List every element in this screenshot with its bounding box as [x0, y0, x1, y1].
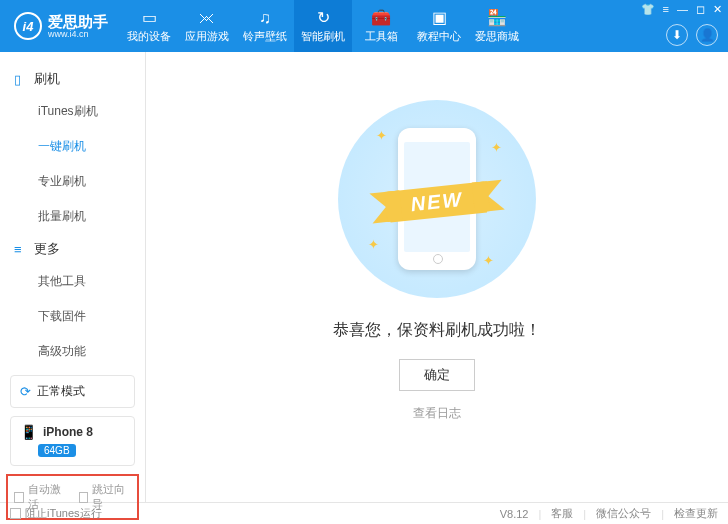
window-controls: 👕 ≡ — ◻ ✕ [641, 3, 722, 16]
sidebar-item-itunes-flash[interactable]: iTunes刷机 [0, 94, 145, 129]
checkbox-icon [10, 508, 21, 519]
support-link[interactable]: 客服 [551, 506, 573, 521]
user-button[interactable]: 👤 [696, 24, 718, 46]
apps-icon: ⩙ [199, 9, 215, 27]
block-itunes-checkbox[interactable]: 阻止iTunes运行 [10, 506, 102, 521]
checkbox-icon [14, 492, 24, 503]
update-link[interactable]: 检查更新 [674, 506, 718, 521]
success-illustration: ✦✦✦✦ NEW [338, 100, 536, 298]
main-content: ✦✦✦✦ NEW 恭喜您，保资料刷机成功啦！ 确定 查看日志 [146, 52, 728, 502]
close-icon[interactable]: ✕ [713, 3, 722, 16]
nav-apps[interactable]: ⩙应用游戏 [178, 0, 236, 52]
tutorial-icon: ▣ [432, 8, 447, 27]
nav-store[interactable]: 🏪爱思商城 [468, 0, 526, 52]
nav-tutorial[interactable]: ▣教程中心 [410, 0, 468, 52]
confirm-button[interactable]: 确定 [399, 359, 475, 391]
nav-my-device[interactable]: ▭我的设备 [120, 0, 178, 52]
device-phone-icon: 📱 [20, 424, 37, 440]
logo-mark: i4 [14, 12, 42, 40]
toolbox-icon: 🧰 [371, 8, 391, 27]
refresh-icon: ⟳ [20, 384, 31, 399]
app-logo: i4 爱思助手 www.i4.cn [0, 12, 120, 40]
sidebar-item-oneclick-flash[interactable]: 一键刷机 [0, 129, 145, 164]
minimize-icon[interactable]: — [677, 3, 688, 16]
phone-icon: ▯ [14, 72, 28, 87]
device-storage-badge: 64GB [38, 444, 76, 457]
ringtone-icon: ♫ [259, 9, 271, 27]
logo-title: 爱思助手 [48, 14, 108, 29]
store-icon: 🏪 [487, 8, 507, 27]
success-message: 恭喜您，保资料刷机成功啦！ [333, 320, 541, 341]
nav-ringtone[interactable]: ♫铃声壁纸 [236, 0, 294, 52]
sidebar-item-advanced[interactable]: 高级功能 [0, 334, 145, 369]
nav-flash[interactable]: ↻智能刷机 [294, 0, 352, 52]
logo-subtitle: www.i4.cn [48, 30, 108, 39]
wechat-link[interactable]: 微信公众号 [596, 506, 651, 521]
checkbox-icon [79, 492, 89, 503]
sidebar: ▯ 刷机 iTunes刷机 一键刷机 专业刷机 批量刷机 ≡ 更多 其他工具 下… [0, 52, 146, 502]
sidebar-group-flash[interactable]: ▯ 刷机 [0, 64, 145, 94]
maximize-icon[interactable]: ◻ [696, 3, 705, 16]
more-icon: ≡ [14, 242, 28, 257]
download-button[interactable]: ⬇ [666, 24, 688, 46]
sidebar-group-more[interactable]: ≡ 更多 [0, 234, 145, 264]
device-icon: ▭ [142, 8, 157, 27]
mode-box[interactable]: ⟳ 正常模式 [10, 375, 135, 408]
main-nav: ▭我的设备 ⩙应用游戏 ♫铃声壁纸 ↻智能刷机 🧰工具箱 ▣教程中心 🏪爱思商城 [120, 0, 526, 52]
version-label: V8.12 [500, 508, 529, 520]
device-box[interactable]: 📱 iPhone 8 64GB [10, 416, 135, 466]
nav-toolbox[interactable]: 🧰工具箱 [352, 0, 410, 52]
skin-icon[interactable]: 👕 [641, 3, 655, 16]
device-name: iPhone 8 [43, 425, 93, 439]
sidebar-item-batch-flash[interactable]: 批量刷机 [0, 199, 145, 234]
sidebar-item-download-fw[interactable]: 下载固件 [0, 299, 145, 334]
view-log-link[interactable]: 查看日志 [413, 405, 461, 422]
sidebar-item-other-tools[interactable]: 其他工具 [0, 264, 145, 299]
sidebar-item-pro-flash[interactable]: 专业刷机 [0, 164, 145, 199]
menu-icon[interactable]: ≡ [663, 3, 669, 16]
flash-icon: ↻ [317, 8, 330, 27]
